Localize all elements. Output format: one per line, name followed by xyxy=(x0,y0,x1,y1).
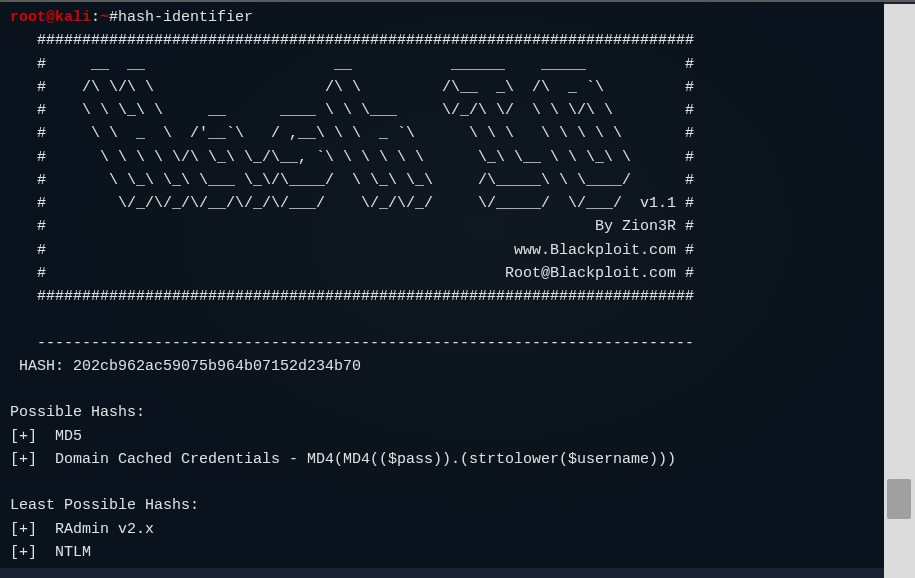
blank-line xyxy=(10,471,874,494)
least-possible-hashes-header: Least Possible Hashs: xyxy=(10,494,874,517)
least-possible-hash-item: [+] NTLM xyxy=(10,541,874,564)
scrollbar-track[interactable] xyxy=(884,4,915,578)
prompt-separator: : xyxy=(91,6,100,29)
banner-line: # \/_/\/_/\/__/\/_/\/___/ \/_/\/_/ \/___… xyxy=(10,192,874,215)
terminal-viewport[interactable]: root@kali:~# hash-identifier ###########… xyxy=(0,2,884,568)
scrollbar-thumb[interactable] xyxy=(887,479,911,519)
possible-hash-item: [+] MD5 xyxy=(10,425,874,448)
terminal-window: root@kali:~# hash-identifier ###########… xyxy=(0,0,915,578)
possible-hashes-header: Possible Hashs: xyxy=(10,401,874,424)
hash-prompt-label: HASH: xyxy=(10,358,73,375)
possible-hash-item: [+] Domain Cached Credentials - MD4(MD4(… xyxy=(10,448,874,471)
banner-line: # \ \ \_\ \ __ ____ \ \ \___ \/_/\ \/ \ … xyxy=(10,99,874,122)
banner-line: # www.Blackploit.com # xyxy=(10,239,874,262)
hash-input-value[interactable]: 202cb962ac59075b964b07152d234b70 xyxy=(73,358,361,375)
banner-line: # \ \ _ \ /'__`\ / ,__\ \ \ _ `\ \ \ \ \… xyxy=(10,122,874,145)
command-input[interactable]: hash-identifier xyxy=(118,6,253,29)
banner-line: # Root@Blackploit.com # xyxy=(10,262,874,285)
banner-line: ########################################… xyxy=(10,29,874,52)
banner-line: ########################################… xyxy=(10,285,874,308)
separator-line: ----------------------------------------… xyxy=(10,332,874,355)
prompt-hash: # xyxy=(109,6,118,29)
blank-line xyxy=(10,378,874,401)
banner-line: # __ __ __ ______ _____ # xyxy=(10,53,874,76)
banner-line: # \ \ \ \ \/\ \_\ \_/\__, `\ \ \ \ \ \ \… xyxy=(10,146,874,169)
banner-line: # /\ \/\ \ /\ \ /\__ _\ /\ _ `\ # xyxy=(10,76,874,99)
least-possible-hash-item: [+] RAdmin v2.x xyxy=(10,518,874,541)
banner-line: # By Zion3R # xyxy=(10,215,874,238)
blank-line xyxy=(10,308,874,331)
prompt-line: root@kali:~# hash-identifier xyxy=(10,6,874,29)
prompt-path: ~ xyxy=(100,6,109,29)
banner-line: # \ \_\ \_\ \___ \_\/\____/ \ \_\ \_\ /\… xyxy=(10,169,874,192)
prompt-user-host: root@kali xyxy=(10,6,91,29)
hash-input-line: HASH: 202cb962ac59075b964b07152d234b70 xyxy=(10,355,874,378)
